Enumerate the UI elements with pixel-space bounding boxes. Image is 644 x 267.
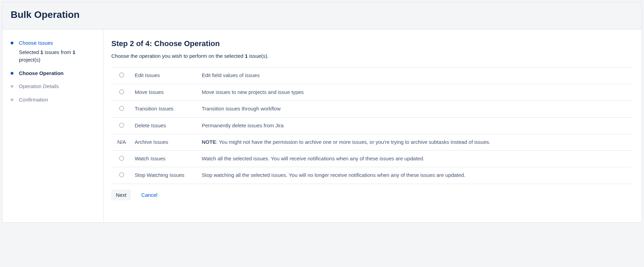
step-label: Confirmation	[19, 97, 48, 103]
step-choose-issues: Choose Issues Selected 1 issues from 1 p…	[11, 39, 97, 64]
main-content: Step 2 of 4: Choose Operation Choose the…	[104, 30, 642, 222]
cancel-link[interactable]: Cancel	[140, 190, 159, 200]
operation-name: Stop Watching Issues	[132, 167, 199, 184]
operation-name: Move Issues	[132, 84, 199, 101]
operation-name: Delete Issues	[132, 117, 199, 134]
operation-radio-edit[interactable]	[119, 73, 124, 77]
operation-radio-stop-watching[interactable]	[119, 172, 124, 177]
wizard-actions: Next Cancel	[111, 190, 632, 200]
step-heading: Step 2 of 4: Choose Operation	[111, 39, 632, 48]
step-operation-details: Operation Details	[11, 83, 97, 90]
next-button[interactable]: Next	[111, 190, 131, 200]
page-header: Bulk Operation	[2, 2, 642, 30]
operation-name: Edit Issues	[132, 67, 199, 84]
operation-desc: Move issues to new projects and issue ty…	[199, 84, 632, 101]
step-choose-operation: Choose Operation	[11, 70, 97, 77]
operations-table: Edit Issues Edit field values of issues …	[111, 67, 632, 184]
operation-row-edit: Edit Issues Edit field values of issues	[111, 67, 632, 84]
operation-row-delete: Delete Issues Permanently delete issues …	[111, 117, 632, 134]
operation-name: Archive Issues	[132, 134, 199, 151]
operation-radio-delete[interactable]	[119, 123, 124, 128]
operation-row-transition: Transition Issues Transition issues thro…	[111, 101, 632, 118]
operation-radio-watch[interactable]	[119, 156, 124, 161]
operation-row-watch: Watch Issues Watch all the selected issu…	[111, 150, 632, 167]
wizard-steps: Choose Issues Selected 1 issues from 1 p…	[11, 39, 97, 104]
operation-name: Transition Issues	[132, 101, 199, 118]
bulk-operation-card: Bulk Operation Choose Issues Selected 1 …	[2, 2, 642, 223]
operation-desc: Stop watching all the selected issues. Y…	[199, 167, 632, 184]
operation-radio-move[interactable]	[119, 89, 124, 94]
operation-desc: NOTE: You might not have the permission …	[199, 134, 632, 151]
operation-desc: Edit field values of issues	[199, 67, 632, 84]
operation-name: Watch Issues	[132, 150, 199, 167]
operation-row-archive: N/A Archive Issues NOTE: You might not h…	[111, 134, 632, 151]
step-label: Choose Operation	[19, 70, 64, 76]
operation-row-move: Move Issues Move issues to new projects …	[111, 84, 632, 101]
operation-desc: Watch all the selected issues. You will …	[199, 150, 632, 167]
step-instruction: Choose the operation you wish to perform…	[111, 53, 632, 59]
operation-radio-transition[interactable]	[119, 106, 124, 111]
step-choose-issues-summary: Selected 1 issues from 1 project(s)	[19, 49, 97, 64]
operation-desc: Transition issues through workflow	[199, 101, 632, 118]
step-choose-issues-link[interactable]: Choose Issues	[19, 40, 53, 46]
step-confirmation: Confirmation	[11, 96, 97, 104]
page-title: Bulk Operation	[11, 9, 633, 20]
operation-desc: Permanently delete issues from Jira	[199, 117, 632, 134]
operation-row-stop-watching: Stop Watching Issues Stop watching all t…	[111, 167, 632, 184]
wizard-sidebar: Choose Issues Selected 1 issues from 1 p…	[2, 30, 104, 222]
step-label: Operation Details	[19, 83, 59, 89]
page-body: Choose Issues Selected 1 issues from 1 p…	[2, 30, 642, 222]
operation-na-label: N/A	[117, 139, 126, 145]
